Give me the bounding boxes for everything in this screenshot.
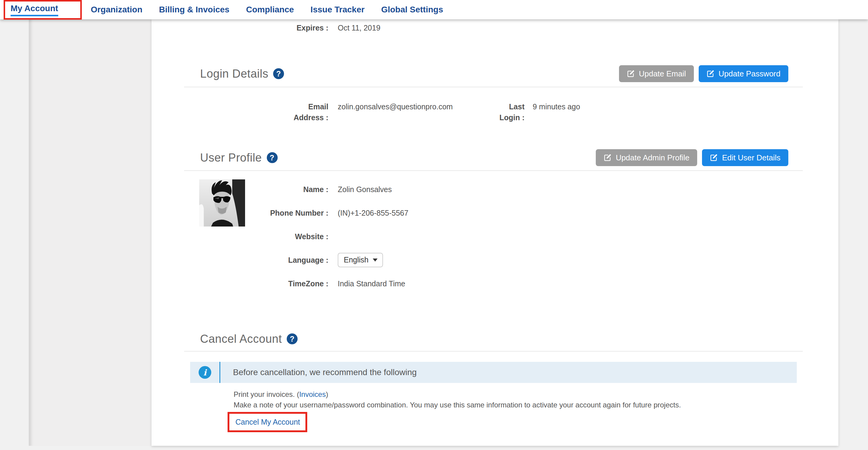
tab-my-account-label: My Account xyxy=(10,4,58,16)
update-admin-profile-label: Update Admin Profile xyxy=(616,153,689,162)
update-password-button[interactable]: Update Password xyxy=(699,65,788,82)
update-email-label: Update Email xyxy=(639,69,686,79)
update-email-button[interactable]: Update Email xyxy=(619,65,694,82)
language-selected-value: English xyxy=(344,256,369,264)
cancellation-info-alert: i Before cancellation, we recommend the … xyxy=(190,362,797,383)
language-label: Language : xyxy=(184,254,329,266)
help-icon[interactable]: ? xyxy=(273,68,284,79)
name-value: Zolin Gonsalves xyxy=(338,184,392,195)
expires-label: Expires : xyxy=(184,22,329,33)
edit-user-details-label: Edit User Details xyxy=(722,153,780,162)
invoices-link[interactable]: Invoices xyxy=(299,390,326,398)
user-profile-header: User Profile ? Update Admin Profile xyxy=(184,149,803,167)
line1-prefix: Print your invoices. ( xyxy=(234,390,299,398)
user-profile-buttons: Update Admin Profile Edit User Details xyxy=(596,149,788,166)
field-row-timezone: TimeZone : India Standard Time xyxy=(184,272,803,295)
language-select[interactable]: English xyxy=(338,253,383,267)
alert-heading: Before cancellation, we recommend the fo… xyxy=(233,367,417,377)
login-details-buttons: Update Email Update Password xyxy=(619,65,788,82)
help-icon[interactable]: ? xyxy=(287,333,298,344)
timezone-label: TimeZone : xyxy=(184,278,329,289)
field-row-language: Language : English xyxy=(184,248,803,272)
edit-icon xyxy=(707,70,714,78)
email-address-value: zolin.gonsalves@questionpro.com xyxy=(338,101,488,112)
main-panel: Expires : Oct 11, 2019 Login Details ? U… xyxy=(152,19,838,446)
cancel-my-account-link[interactable]: Cancel My Account xyxy=(236,418,300,426)
tab-billing-invoices[interactable]: Billing & Invoices xyxy=(159,5,229,14)
edit-icon xyxy=(627,70,635,78)
annotation-box-cancel-account: Cancel My Account xyxy=(227,412,307,432)
sidebar-panel xyxy=(29,19,152,446)
line1-suffix: ) xyxy=(326,390,328,398)
tab-global-settings[interactable]: Global Settings xyxy=(381,5,443,14)
expires-value: Oct 11, 2019 xyxy=(338,22,380,33)
field-row-phone: Phone Number : (IN)+1-206-855-5567 xyxy=(184,201,803,225)
section-divider xyxy=(184,351,803,352)
cancel-account-header: Cancel Account ? xyxy=(184,330,803,348)
user-profile-title-wrap: User Profile ? xyxy=(200,151,278,164)
user-profile-title: User Profile xyxy=(200,151,262,164)
edit-user-details-button[interactable]: Edit User Details xyxy=(702,149,788,166)
edit-icon xyxy=(603,154,612,161)
login-details-title-wrap: Login Details ? xyxy=(200,67,284,80)
alert-divider xyxy=(219,362,220,383)
field-row-name: Name : Zolin Gonsalves xyxy=(184,178,803,201)
tab-compliance[interactable]: Compliance xyxy=(246,5,294,14)
chevron-down-icon xyxy=(373,259,378,262)
section-divider xyxy=(184,170,803,171)
update-admin-profile-button[interactable]: Update Admin Profile xyxy=(596,149,697,166)
tab-my-account[interactable]: My Account xyxy=(10,4,58,16)
last-login-label: Last Login : xyxy=(488,101,525,123)
annotation-box-my-account: My Account xyxy=(4,0,82,20)
top-nav: My Account Organization Billing & Invoic… xyxy=(0,0,868,19)
user-profile-fields: Name : Zolin Gonsalves Phone Number : (I… xyxy=(184,178,803,295)
email-address-label: Email Address : xyxy=(184,101,329,123)
tab-issue-tracker[interactable]: Issue Tracker xyxy=(311,5,365,14)
recommendation-line-credentials: Make a note of your username/password co… xyxy=(234,401,681,409)
recommendation-line-invoices: Print your invoices. (Invoices) xyxy=(234,390,328,399)
content-inner: Expires : Oct 11, 2019 Login Details ? U… xyxy=(184,19,803,446)
phone-number-label: Phone Number : xyxy=(184,208,329,218)
field-row-website: Website : xyxy=(184,225,803,248)
section-divider xyxy=(184,87,803,87)
cancel-account-title: Cancel Account xyxy=(200,332,282,346)
login-details-title: Login Details xyxy=(200,67,268,80)
last-login-value: 9 minutes ago xyxy=(533,101,580,112)
login-details-header: Login Details ? Update Email xyxy=(184,65,803,83)
license-expires-row: Expires : Oct 11, 2019 xyxy=(184,22,380,33)
login-details-fields: Email Address : zolin.gonsalves@question… xyxy=(184,101,580,123)
info-icon: i xyxy=(198,366,211,379)
phone-number-value: (IN)+1-206-855-5567 xyxy=(338,208,408,218)
help-icon[interactable]: ? xyxy=(267,152,278,163)
website-label: Website : xyxy=(184,231,329,242)
tab-organization[interactable]: Organization xyxy=(91,5,143,14)
cancel-account-title-wrap: Cancel Account ? xyxy=(200,332,298,346)
timezone-value: India Standard Time xyxy=(338,278,405,289)
update-password-label: Update Password xyxy=(719,69,780,79)
edit-icon xyxy=(710,154,718,161)
name-label: Name : xyxy=(184,184,329,195)
account-settings-screen: My Account Organization Billing & Invoic… xyxy=(0,0,868,450)
